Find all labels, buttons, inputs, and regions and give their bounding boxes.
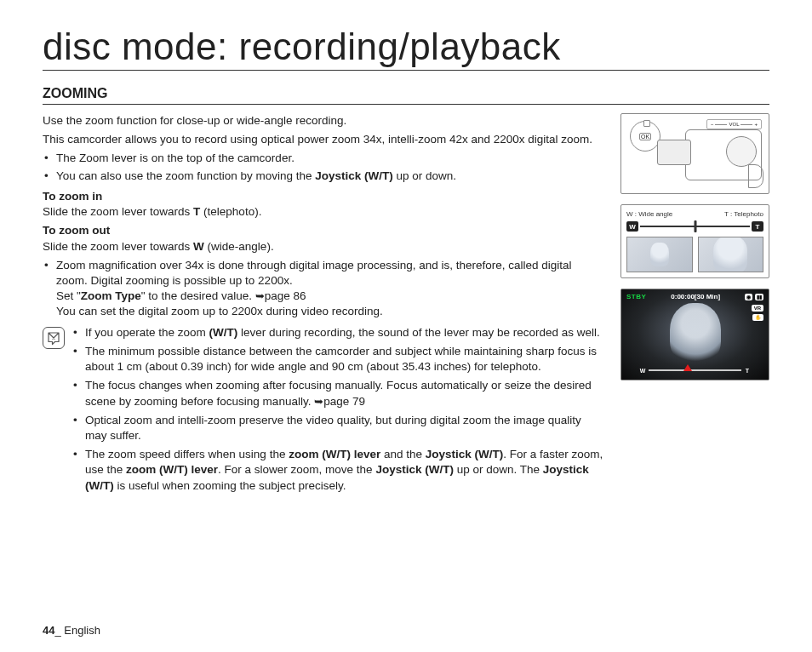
stabilizer-icon: ✋	[752, 314, 763, 321]
note-block: If you operate the zoom (W/T) lever duri…	[43, 325, 603, 497]
battery-icon: ▮▮	[755, 294, 763, 300]
zoom-thumbs	[626, 237, 763, 272]
osd-zoom-bar: W T	[638, 366, 752, 375]
camera-lens-icon	[726, 136, 757, 167]
page-lang: _ English	[54, 624, 100, 637]
note-icon	[43, 327, 65, 349]
osd-right-icons: VR ✋	[752, 305, 763, 321]
disc-icon: ◉	[745, 294, 752, 300]
text: The Zoom lever is on the top of the camc…	[56, 152, 294, 164]
intro-line-2: This camcorder allows you to record usin…	[43, 132, 603, 147]
zoom-knob	[694, 220, 696, 232]
section-title: ZOOMING	[43, 86, 769, 105]
osd-w: W	[638, 368, 647, 374]
text: You can set the digital zoom up to 2200x…	[56, 305, 383, 317]
subject-icon	[670, 303, 721, 363]
text: If you operate the zoom	[85, 326, 209, 339]
text: (wide-angle).	[204, 240, 274, 253]
figure-osd-preview: STBY 0:00:00[30 Min] ◉ ▮▮ VR ✋ W T	[620, 289, 769, 380]
zoom-type-bold: Zoom Type	[81, 289, 141, 302]
note-item-4: Optical zoom and intelli-zoom preserve t…	[71, 413, 603, 443]
osd-top-icons: ◉ ▮▮	[745, 294, 763, 300]
side-column: OK −VOL+ W : Wide angle T : Telephoto W …	[620, 113, 769, 497]
text: and the	[380, 448, 426, 460]
zoom-out-bullet: Zoom magnification over 34x is done thro…	[43, 258, 603, 320]
top-bullet-2: You can also use the zoom function by mo…	[43, 169, 603, 184]
bold: Joystick (W/T)	[375, 463, 454, 476]
note-item-5: The zoom speed differs when using the zo…	[71, 447, 603, 494]
note-list: If you operate the zoom (W/T) lever duri…	[71, 325, 603, 497]
vr-icon: VR	[752, 305, 763, 312]
note-item-3: The focus changes when zooming after foc…	[71, 378, 603, 409]
cap-t: T	[752, 221, 763, 232]
thumb-wide	[626, 237, 693, 272]
camera-strap-icon	[748, 164, 763, 188]
text: up or down. The	[454, 463, 543, 476]
bold: zoom (W/T) lever	[289, 448, 380, 460]
figure-camcorder: OK −VOL+	[620, 113, 769, 194]
page-ref: page 79	[323, 395, 365, 408]
zoom-scale-labels: W : Wide angle T : Telephoto	[626, 210, 763, 218]
text: lever during recording, the sound of the…	[237, 326, 599, 339]
timecode-label: 0:00:00[30 Min]	[671, 293, 720, 300]
vol-label: VOL	[729, 122, 739, 127]
page-number-value: 44	[43, 624, 54, 637]
plus: +	[754, 122, 758, 127]
intro-line-1: Use the zoom function for close-up or wi…	[43, 113, 603, 129]
note-item-1: If you operate the zoom (W/T) lever duri…	[71, 325, 603, 340]
text: Slide the zoom lever towards	[43, 205, 193, 218]
zoom-out-bullets: Zoom magnification over 34x is done thro…	[43, 258, 603, 320]
stby-label: STBY	[626, 293, 646, 300]
top-bullet-1: The Zoom lever is on the top of the camc…	[43, 151, 603, 166]
minus: −	[711, 122, 714, 127]
wt-bold: (W/T)	[209, 326, 238, 339]
text: You can also use the zoom function by mo…	[56, 169, 315, 182]
arrow-icon: ➥	[255, 289, 265, 302]
text: Set "	[56, 289, 81, 302]
note-item-2: The minimum possible distance between th…	[71, 344, 603, 375]
text: " to the desired value.	[141, 289, 255, 302]
text: up or down.	[393, 169, 456, 182]
bold: zoom (W/T) lever	[126, 463, 218, 476]
page-number: 44_ English	[43, 624, 100, 637]
text: Slide the zoom lever towards	[43, 240, 193, 253]
zoom-bar: W T	[626, 221, 763, 232]
osd-top-row: STBY 0:00:00[30 Min] ◉ ▮▮	[621, 293, 769, 300]
text: (telephoto).	[200, 205, 261, 218]
wide-angle-label: W : Wide angle	[626, 210, 672, 218]
text: Optical zoom and intelli-zoom preserve t…	[85, 414, 581, 442]
text: . For a slower zoom, move the	[218, 463, 375, 476]
w-bold: W	[193, 240, 204, 253]
top-bullets: The Zoom lever is on the top of the camc…	[43, 151, 603, 183]
text: Zoom magnification over 34x is done thro…	[56, 259, 572, 287]
zoom-in-heading: To zoom in	[43, 189, 603, 204]
figure-zoom-scale: W : Wide angle T : Telephoto W T	[620, 204, 769, 278]
zoom-out-heading: To zoom out	[43, 223, 603, 238]
osd-t: T	[743, 368, 752, 374]
camera-screen-icon	[657, 140, 691, 165]
bold: Joystick (W/T)	[426, 448, 504, 460]
text: The zoom speed differs when using the	[85, 448, 289, 460]
joystick-bold: Joystick (W/T)	[315, 169, 393, 182]
page-ref: page 86	[265, 289, 306, 302]
joystick-icon: OK	[630, 121, 660, 152]
telephoto-label: T : Telephoto	[724, 210, 763, 218]
content-wrap: Use the zoom function for close-up or wi…	[43, 113, 769, 497]
page-title: disc mode: recording/playback	[43, 26, 769, 71]
main-column: Use the zoom function for close-up or wi…	[43, 113, 603, 497]
thumb-tele	[698, 237, 764, 272]
text: The minimum possible distance between th…	[85, 345, 597, 373]
osd-zoom-track	[649, 369, 741, 371]
zoom-out-line: Slide the zoom lever towards W (wide-ang…	[43, 239, 603, 255]
arrow-icon: ➥	[314, 395, 323, 408]
text: is useful when zooming the subject preci…	[114, 479, 346, 492]
zoom-in-line: Slide the zoom lever towards T (telephot…	[43, 204, 603, 220]
ok-label: OK	[639, 133, 651, 140]
osd-zoom-pointer	[683, 364, 692, 371]
volume-indicator: −VOL+	[706, 119, 762, 129]
cap-w: W	[626, 221, 638, 232]
